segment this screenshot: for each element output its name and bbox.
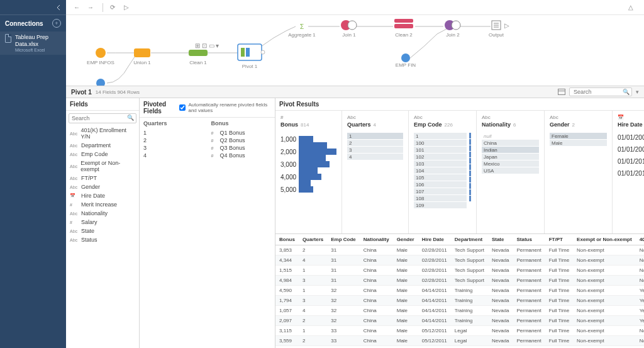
value-item[interactable]: China xyxy=(482,140,539,146)
quarters-col-header: Quarters xyxy=(143,120,204,126)
pivot-quarter-item[interactable]: 2 xyxy=(143,137,204,144)
field-item[interactable]: AbcEmp Code xyxy=(66,150,139,159)
collapse-sidebar-button[interactable] xyxy=(0,0,66,15)
table-row[interactable]: 3,853231ChinaMale02/28/2011Tech SupportN… xyxy=(275,245,644,255)
card-hiredate[interactable]: 📅 Hire Date 01/01/200501/01/200901/01/20… xyxy=(613,111,644,233)
value-item[interactable]: 109 xyxy=(414,202,467,208)
table-row[interactable]: 4,984331ChinaMale02/28/2011Tech SupportN… xyxy=(275,276,644,286)
value-item[interactable]: Japan xyxy=(482,154,539,160)
type-icon: Abc xyxy=(482,115,539,120)
value-item[interactable]: 104 xyxy=(414,167,467,174)
fields-pane: Fields 🔍 Abc401(K) Enrollment Y/NAbcDepa… xyxy=(66,98,140,348)
column-header[interactable]: Bonus xyxy=(275,234,299,245)
field-item[interactable]: AbcNationality xyxy=(66,209,139,218)
value-item[interactable]: 103 xyxy=(414,160,467,167)
table-row[interactable]: 1,794332ChinaMale04/14/2011TrainingNevad… xyxy=(275,296,644,306)
notifications-icon[interactable]: △ xyxy=(625,2,636,13)
card-bonus[interactable]: # Bonus814 1,0002,0003,0004,0005,000 xyxy=(275,111,342,233)
flow-canvas[interactable]: EMP INFOS Union 1 ⊞ ⊡ ▭ ▾ Clean 1 Pivot … xyxy=(66,15,644,86)
pivot-results-pane: Pivot Results # Bonus814 1,0002,0003,000… xyxy=(275,98,644,348)
table-row[interactable]: 1,311433ChinaMale05/12/2011LegalNevadaPe… xyxy=(275,346,644,349)
table-row[interactable]: 1,057432ChinaMale04/14/2011TrainingNevad… xyxy=(275,306,644,316)
value-item[interactable]: Female xyxy=(550,133,607,139)
column-header[interactable]: Nationality xyxy=(360,234,393,245)
card-nationality[interactable]: Abc Nationality6 nullChinaIndianJapanMex… xyxy=(477,111,545,233)
connection-item[interactable]: Tableau Prep Data.xlsx Microsoft Excel xyxy=(0,31,66,55)
value-item[interactable]: null xyxy=(482,133,539,139)
value-item[interactable]: 101 xyxy=(414,147,467,153)
value-item[interactable]: 108 xyxy=(414,195,467,201)
card-quarters[interactable]: Abc Quarters4 1234 xyxy=(342,111,409,233)
table-row[interactable]: 4,590132ChinaMale04/14/2011TrainingNevad… xyxy=(275,286,644,296)
column-header[interactable]: Emp Code xyxy=(327,234,360,245)
table-row[interactable]: 3,115133ChinaMale05/12/2011LegalNevadaPe… xyxy=(275,326,644,336)
field-item[interactable]: AbcDepartment xyxy=(66,141,139,150)
value-item[interactable]: 102 xyxy=(414,154,467,160)
column-header[interactable]: Gender xyxy=(393,234,418,245)
pivot-bonus-item[interactable]: #Q1 Bonus xyxy=(211,129,272,137)
value-item[interactable]: 4 xyxy=(347,154,403,160)
type-icon: Abc xyxy=(550,115,607,120)
svg-point-16 xyxy=(348,21,357,30)
svg-text:Union 1: Union 1 xyxy=(133,60,151,65)
field-item[interactable]: AbcStatus xyxy=(66,235,139,244)
pivot-bonus-item[interactable]: #Q2 Bonus xyxy=(211,137,272,144)
value-item[interactable]: 107 xyxy=(414,188,467,194)
value-item[interactable]: Male xyxy=(550,140,607,146)
field-item[interactable]: AbcExempt or Non-exempt xyxy=(66,159,139,174)
value-item[interactable]: Indian xyxy=(482,147,539,153)
type-icon: Abc xyxy=(414,115,471,120)
svg-text:Join 2: Join 2 xyxy=(446,32,460,38)
pivot-quarter-item[interactable]: 1 xyxy=(143,129,204,137)
value-item[interactable]: 100 xyxy=(414,140,467,146)
value-item[interactable]: 106 xyxy=(414,181,467,188)
field-item[interactable]: 📅Hire Date xyxy=(66,191,139,200)
field-item[interactable]: #Merit Increase xyxy=(66,200,139,209)
column-header[interactable]: 401(K) En xyxy=(636,234,644,245)
auto-rename-label: Automatically rename pivoted fields and … xyxy=(188,102,271,113)
value-item[interactable]: 1 xyxy=(347,133,403,139)
step-menu-chevron[interactable]: ▾ xyxy=(636,89,639,95)
field-item[interactable]: #Salary xyxy=(66,218,139,227)
value-item[interactable]: 2 xyxy=(347,140,403,146)
column-header[interactable]: Hire Date xyxy=(418,234,451,245)
value-item[interactable]: 1 xyxy=(414,133,467,139)
field-item[interactable]: Abc401(K) Enrollment Y/N xyxy=(66,126,139,141)
card-empcode[interactable]: Abc Emp Code226 110010110210310410510610… xyxy=(409,111,477,233)
table-row[interactable]: 3,559233ChinaMale05/12/2011LegalNevadaPe… xyxy=(275,336,644,346)
value-item[interactable]: USA xyxy=(482,167,539,174)
column-header[interactable]: Quarters xyxy=(299,234,327,245)
bonus-histogram: 1,0002,0003,0004,0005,000 xyxy=(280,133,336,196)
fields-search-input[interactable] xyxy=(69,113,136,123)
column-header[interactable]: State xyxy=(488,234,513,245)
column-header[interactable]: Department xyxy=(451,234,488,245)
field-item[interactable]: AbcState xyxy=(66,227,139,235)
grid-view-icon[interactable] xyxy=(558,89,565,95)
svg-text:Σ: Σ xyxy=(300,23,304,30)
value-item[interactable]: 105 xyxy=(414,174,467,181)
pivot-bonus-item[interactable]: #Q3 Bonus xyxy=(211,144,272,152)
pivot-bonus-item[interactable]: #Q4 Bonus xyxy=(211,152,272,159)
column-header[interactable]: Exempt or Non-exempt xyxy=(573,234,636,245)
column-header[interactable]: FT/PT xyxy=(545,234,573,245)
pivot-quarter-item[interactable]: 4 xyxy=(143,152,204,159)
data-grid[interactable]: BonusQuartersEmp CodeNationalityGenderHi… xyxy=(275,234,644,348)
field-item[interactable]: AbcFT/PT xyxy=(66,174,139,182)
run-flow-button[interactable]: ▷ xyxy=(121,2,132,13)
auto-rename-checkbox[interactable] xyxy=(179,104,186,111)
card-gender[interactable]: Abc Gender2 FemaleMale xyxy=(545,111,613,233)
svg-text:Clean 1: Clean 1 xyxy=(189,60,207,65)
value-item[interactable]: 3 xyxy=(347,147,403,153)
forward-button[interactable]: → xyxy=(85,2,96,13)
date-value: 01/01/2009 xyxy=(618,146,644,153)
table-row[interactable]: 2,097232ChinaMale04/14/2011TrainingNevad… xyxy=(275,316,644,326)
table-row[interactable]: 4,344431ChinaMale02/28/2011Tech SupportN… xyxy=(275,255,644,266)
field-item[interactable]: AbcGender xyxy=(66,182,139,191)
pivot-quarter-item[interactable]: 3 xyxy=(143,144,204,152)
table-row[interactable]: 1,515131ChinaMale02/28/2011Tech SupportN… xyxy=(275,266,644,276)
value-item[interactable]: Mexico xyxy=(482,160,539,167)
add-connection-button[interactable]: + xyxy=(52,19,61,28)
back-button[interactable]: ← xyxy=(71,2,82,13)
refresh-button[interactable]: ⟳ xyxy=(107,2,118,13)
column-header[interactable]: Status xyxy=(513,234,545,245)
